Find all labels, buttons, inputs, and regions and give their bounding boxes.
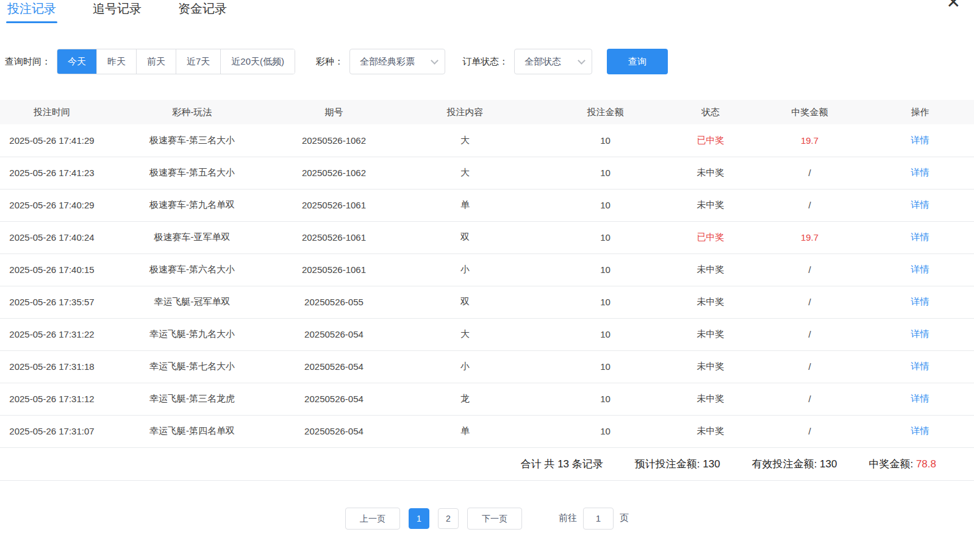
bet-time: 2025-05-26 17:41:23	[0, 157, 104, 189]
game-play: 幸运飞艇-第九名大小	[104, 318, 281, 350]
table-row: 2025-05-26 17:41:23极速赛车-第五名大小20250526-10…	[0, 157, 974, 189]
action-cell: 详情	[866, 124, 974, 157]
bet-status: 未中奖	[668, 350, 753, 383]
prize-amount: 19.7	[753, 221, 866, 253]
bet-amount: 10	[543, 221, 668, 253]
bet-content: 双	[387, 286, 543, 318]
bet-content: 大	[387, 318, 543, 350]
goto-label: 前往	[559, 512, 577, 524]
action-cell: 详情	[866, 286, 974, 318]
prize-amount: /	[753, 383, 866, 415]
query-button[interactable]: 查询	[607, 49, 668, 74]
table-row: 2025-05-26 17:31:18幸运飞艇-第七名大小20250526-05…	[0, 350, 974, 383]
goto-page-input[interactable]	[583, 508, 614, 530]
bet-time: 2025-05-26 17:31:18	[0, 350, 104, 383]
column-header-issue-number: 期号	[281, 100, 387, 124]
expected-bet-amount: 预计投注金额: 130	[635, 457, 720, 471]
bet-amount: 10	[543, 383, 668, 415]
bet-status: 未中奖	[668, 253, 753, 286]
detail-link[interactable]: 详情	[911, 296, 929, 307]
bet-content: 龙	[387, 383, 543, 415]
column-header-action: 操作	[866, 100, 974, 124]
issue-number: 20250526-1061	[281, 221, 387, 253]
time-filter-group: 今天 昨天 前天 近7天 近20天(低频)	[57, 49, 295, 74]
close-icon[interactable]: ✕	[947, 0, 961, 11]
filter-bar: 查询时间： 今天 昨天 前天 近7天 近20天(低频) 彩种： 全部经典彩票 订…	[5, 49, 974, 74]
bet-time: 2025-05-26 17:40:29	[0, 189, 104, 221]
bet-status: 未中奖	[668, 189, 753, 221]
page-button-2[interactable]: 2	[438, 508, 459, 529]
detail-link[interactable]: 详情	[911, 361, 929, 371]
bet-amount: 10	[543, 350, 668, 383]
chevron-down-icon	[431, 57, 439, 65]
bet-content: 单	[387, 189, 543, 221]
time-option-day-before[interactable]: 前天	[136, 49, 176, 74]
next-page-button[interactable]: 下一页	[467, 508, 522, 530]
order-status-select[interactable]: 全部状态	[514, 49, 592, 74]
prize-amount: /	[753, 189, 866, 221]
bet-time: 2025-05-26 17:40:15	[0, 253, 104, 286]
game-play: 幸运飞艇-第三名龙虎	[104, 383, 281, 415]
issue-number: 20250526-054	[281, 350, 387, 383]
detail-link[interactable]: 详情	[911, 199, 929, 210]
bet-status: 未中奖	[668, 383, 753, 415]
prize-total-value: 78.8	[916, 458, 936, 470]
tab-betting-records[interactable]: 投注记录	[6, 0, 57, 24]
game-play: 极速赛车-第九名单双	[104, 189, 281, 221]
time-option-today[interactable]: 今天	[57, 49, 96, 74]
game-play: 幸运飞艇-第四名单双	[104, 415, 281, 447]
game-play: 幸运飞艇-冠军单双	[104, 286, 281, 318]
tab-bar: 投注记录 追号记录 资金记录 ✕	[0, 0, 974, 24]
action-cell: 详情	[866, 350, 974, 383]
action-cell: 详情	[866, 221, 974, 253]
time-filter-label: 查询时间：	[5, 56, 51, 68]
detail-link[interactable]: 详情	[911, 393, 929, 403]
lottery-type-label: 彩种：	[316, 56, 343, 68]
game-play: 极速赛车-第六名大小	[104, 253, 281, 286]
prize-total-label: 中奖金额:	[868, 458, 913, 470]
bet-amount: 10	[543, 189, 668, 221]
detail-link[interactable]: 详情	[911, 167, 929, 177]
game-play: 极速赛车-第五名大小	[104, 157, 281, 189]
bet-status: 未中奖	[668, 157, 753, 189]
time-option-20days[interactable]: 近20天(低频)	[220, 49, 295, 74]
time-option-yesterday[interactable]: 昨天	[96, 49, 136, 74]
bet-time: 2025-05-26 17:31:12	[0, 383, 104, 415]
tab-fund-records[interactable]: 资金记录	[177, 0, 228, 24]
bet-amount: 10	[543, 415, 668, 447]
issue-number: 20250526-054	[281, 318, 387, 350]
issue-number: 20250526-055	[281, 286, 387, 318]
bet-status: 未中奖	[668, 415, 753, 447]
prize-amount: /	[753, 318, 866, 350]
prize-amount: 19.7	[753, 124, 866, 157]
detail-link[interactable]: 详情	[911, 232, 929, 242]
bet-time: 2025-05-26 17:35:57	[0, 286, 104, 318]
total-records: 合计 共 13 条记录	[521, 457, 603, 471]
column-header-bet-time: 投注时间	[0, 100, 104, 124]
issue-number: 20250526-1062	[281, 124, 387, 157]
tab-chase-records[interactable]: 追号记录	[91, 0, 143, 24]
game-play: 幸运飞艇-第七名大小	[104, 350, 281, 383]
prize-amount: /	[753, 350, 866, 383]
table-row: 2025-05-26 17:40:29极速赛车-第九名单双20250526-10…	[0, 189, 974, 221]
table-row: 2025-05-26 17:35:57幸运飞艇-冠军单双20250526-055…	[0, 286, 974, 318]
detail-link[interactable]: 详情	[911, 328, 929, 339]
order-status-value: 全部状态	[525, 56, 561, 68]
lottery-type-select[interactable]: 全部经典彩票	[349, 49, 445, 74]
column-header-game-play: 彩种-玩法	[104, 100, 281, 124]
time-option-7days[interactable]: 近7天	[176, 49, 220, 74]
detail-link[interactable]: 详情	[911, 264, 929, 274]
pagination: 上一页 1 2 下一页 前往 页	[0, 508, 974, 530]
prize-amount: /	[753, 253, 866, 286]
detail-link[interactable]: 详情	[911, 425, 929, 436]
summary-bar: 合计 共 13 条记录 预计投注金额: 130 有效投注金额: 130 中奖金额…	[0, 448, 974, 481]
detail-link[interactable]: 详情	[911, 135, 929, 145]
bet-content: 小	[387, 253, 543, 286]
bet-amount: 10	[543, 253, 668, 286]
issue-number: 20250526-054	[281, 415, 387, 447]
column-header-prize-amount: 中奖金额	[753, 100, 866, 124]
page-button-1[interactable]: 1	[409, 508, 429, 529]
chevron-down-icon	[578, 57, 585, 65]
prev-page-button[interactable]: 上一页	[345, 508, 400, 530]
bet-amount: 10	[543, 318, 668, 350]
